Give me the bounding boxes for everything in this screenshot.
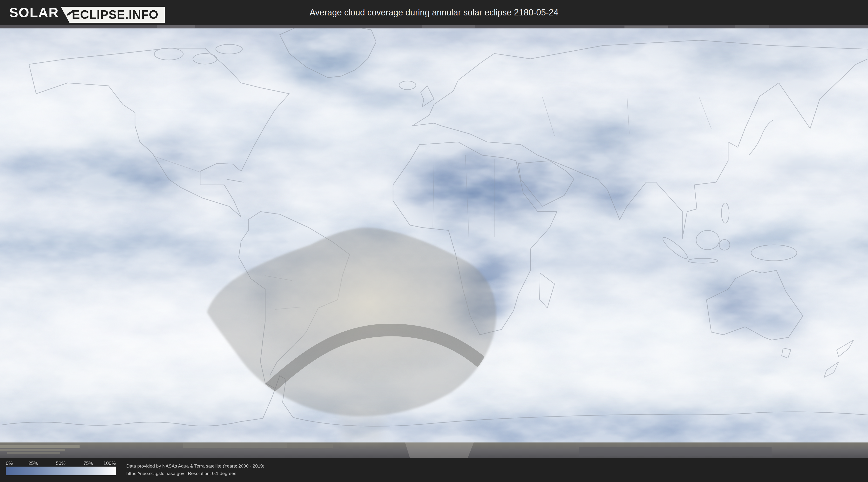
legend-tick-0: 0%	[6, 460, 13, 466]
cloud-coverage-legend: 0% 25% 50% 75% 100%	[6, 460, 116, 475]
penumbra-polar-extension	[338, 411, 386, 443]
legend-tick-75: 75%	[84, 460, 93, 466]
cloud-coverage-map[interactable]	[0, 25, 868, 458]
legend-tick-25: 25%	[28, 460, 38, 466]
logo-text-eclipse-info: ECLIPSE.INFO	[61, 7, 165, 23]
legend-tick-50: 50%	[56, 460, 66, 466]
legend-tick-100: 100%	[103, 460, 116, 466]
page-title: Average cloud coverage during annular so…	[310, 0, 558, 25]
page: SOLAR ECLIPSE.INFO Average cloud coverag…	[0, 0, 868, 482]
no-data-strip-top	[0, 25, 868, 28]
site-logo[interactable]: SOLAR ECLIPSE.INFO	[9, 0, 165, 25]
legend-tick-labels: 0% 25% 50% 75% 100%	[6, 460, 116, 467]
header-bar: SOLAR ECLIPSE.INFO Average cloud coverag…	[0, 0, 868, 25]
data-attribution: Data provided by NASAs Aqua & Terra sate…	[126, 462, 264, 477]
attribution-line-1: Data provided by NASAs Aqua & Terra sate…	[126, 462, 264, 470]
penumbra-polar-extension-band	[405, 443, 474, 458]
legend-gradient-bar	[6, 467, 116, 475]
attribution-line-2: https://neo.sci.gsfc.nasa.gov | Resoluti…	[126, 470, 264, 477]
footer-bar: 0% 25% 50% 75% 100% Data provided by NAS…	[0, 458, 868, 482]
logo-text-solar: SOLAR	[9, 0, 59, 25]
logo-box-label: ECLIPSE.INFO	[72, 8, 158, 22]
